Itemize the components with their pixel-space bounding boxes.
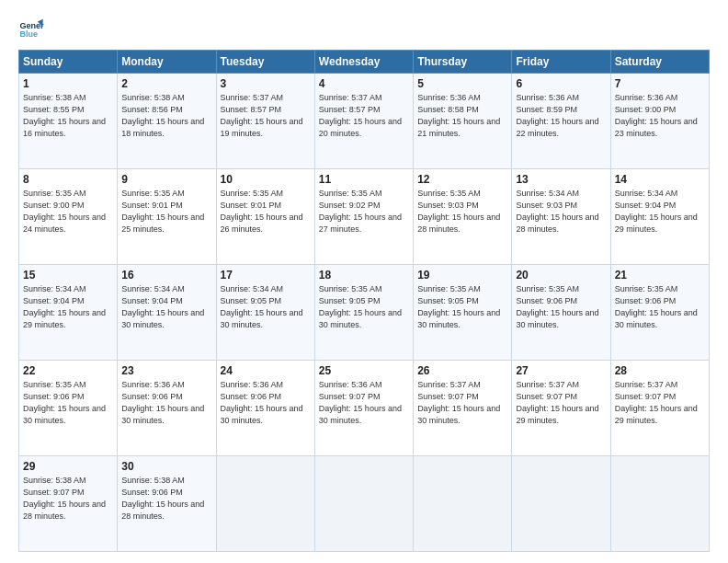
- calendar-body: 1Sunrise: 5:38 AMSunset: 8:55 PMDaylight…: [19, 74, 710, 552]
- calendar-cell: 3Sunrise: 5:37 AMSunset: 8:57 PMDaylight…: [216, 74, 314, 169]
- day-info: Sunrise: 5:38 AMSunset: 9:06 PMDaylight:…: [121, 475, 211, 523]
- calendar-header-row: SundayMondayTuesdayWednesdayThursdayFrid…: [19, 51, 710, 74]
- day-number: 26: [417, 364, 507, 377]
- day-number: 2: [121, 77, 211, 90]
- calendar-cell: 26Sunrise: 5:37 AMSunset: 9:07 PMDayligh…: [414, 361, 512, 456]
- calendar-cell: 6Sunrise: 5:36 AMSunset: 8:59 PMDaylight…: [512, 74, 610, 169]
- day-number: 20: [516, 269, 606, 282]
- day-number: 17: [221, 269, 311, 282]
- day-number: 13: [516, 173, 606, 186]
- day-number: 29: [23, 460, 113, 473]
- day-info: Sunrise: 5:35 AMSunset: 9:06 PMDaylight:…: [516, 283, 606, 331]
- calendar-cell: [414, 456, 512, 552]
- logo: General Blue: [18, 17, 48, 42]
- calendar-cell: 12Sunrise: 5:35 AMSunset: 9:03 PMDayligh…: [414, 169, 512, 265]
- calendar-cell: 23Sunrise: 5:36 AMSunset: 9:06 PMDayligh…: [118, 361, 216, 456]
- day-info: Sunrise: 5:38 AMSunset: 8:56 PMDaylight:…: [121, 92, 211, 140]
- day-number: 10: [221, 173, 311, 186]
- day-number: 6: [516, 77, 606, 90]
- calendar-cell: 14Sunrise: 5:34 AMSunset: 9:04 PMDayligh…: [610, 169, 709, 265]
- day-number: 28: [615, 364, 705, 377]
- calendar-week-row: 29Sunrise: 5:38 AMSunset: 9:07 PMDayligh…: [19, 456, 710, 552]
- day-info: Sunrise: 5:37 AMSunset: 8:57 PMDaylight:…: [221, 92, 311, 140]
- header-day-friday: Friday: [512, 51, 610, 74]
- day-info: Sunrise: 5:37 AMSunset: 8:57 PMDaylight:…: [319, 92, 409, 140]
- day-info: Sunrise: 5:35 AMSunset: 9:06 PMDaylight:…: [615, 283, 705, 331]
- day-info: Sunrise: 5:35 AMSunset: 9:03 PMDaylight:…: [417, 188, 507, 236]
- day-info: Sunrise: 5:35 AMSunset: 9:06 PMDaylight:…: [23, 379, 113, 427]
- day-number: 4: [319, 77, 409, 90]
- svg-text:Blue: Blue: [19, 29, 38, 39]
- day-info: Sunrise: 5:34 AMSunset: 9:03 PMDaylight:…: [516, 188, 606, 236]
- day-info: Sunrise: 5:34 AMSunset: 9:04 PMDaylight:…: [23, 283, 113, 331]
- day-info: Sunrise: 5:36 AMSunset: 9:07 PMDaylight:…: [319, 379, 409, 427]
- day-info: Sunrise: 5:35 AMSunset: 9:05 PMDaylight:…: [319, 283, 409, 331]
- calendar-cell: 1Sunrise: 5:38 AMSunset: 8:55 PMDaylight…: [19, 74, 118, 169]
- header-day-sunday: Sunday: [19, 51, 118, 74]
- day-number: 30: [121, 460, 211, 473]
- calendar-cell: [314, 456, 413, 552]
- day-info: Sunrise: 5:35 AMSunset: 9:05 PMDaylight:…: [417, 283, 507, 331]
- calendar-cell: 4Sunrise: 5:37 AMSunset: 8:57 PMDaylight…: [314, 74, 413, 169]
- day-info: Sunrise: 5:37 AMSunset: 9:07 PMDaylight:…: [516, 379, 606, 427]
- day-number: 23: [121, 364, 211, 377]
- header-day-thursday: Thursday: [414, 51, 512, 74]
- header-day-monday: Monday: [118, 51, 216, 74]
- day-number: 15: [23, 269, 113, 282]
- calendar-cell: 24Sunrise: 5:36 AMSunset: 9:06 PMDayligh…: [216, 361, 314, 456]
- day-info: Sunrise: 5:36 AMSunset: 9:00 PMDaylight:…: [615, 92, 705, 140]
- day-number: 18: [319, 269, 409, 282]
- logo-icon: General Blue: [18, 17, 44, 42]
- day-info: Sunrise: 5:37 AMSunset: 9:07 PMDaylight:…: [615, 379, 705, 427]
- day-number: 3: [221, 77, 311, 90]
- calendar-cell: 22Sunrise: 5:35 AMSunset: 9:06 PMDayligh…: [19, 361, 118, 456]
- day-info: Sunrise: 5:37 AMSunset: 9:07 PMDaylight:…: [417, 379, 507, 427]
- calendar-week-row: 22Sunrise: 5:35 AMSunset: 9:06 PMDayligh…: [19, 361, 710, 456]
- calendar-cell: 8Sunrise: 5:35 AMSunset: 9:00 PMDaylight…: [19, 169, 118, 265]
- day-number: 7: [615, 77, 705, 90]
- day-number: 8: [23, 173, 113, 186]
- calendar-cell: 2Sunrise: 5:38 AMSunset: 8:56 PMDaylight…: [118, 74, 216, 169]
- day-number: 11: [319, 173, 409, 186]
- day-number: 27: [516, 364, 606, 377]
- calendar-cell: 18Sunrise: 5:35 AMSunset: 9:05 PMDayligh…: [314, 265, 413, 361]
- calendar-cell: [216, 456, 314, 552]
- calendar-cell: 11Sunrise: 5:35 AMSunset: 9:02 PMDayligh…: [314, 169, 413, 265]
- day-number: 12: [417, 173, 507, 186]
- calendar-cell: 29Sunrise: 5:38 AMSunset: 9:07 PMDayligh…: [19, 456, 118, 552]
- calendar-week-row: 15Sunrise: 5:34 AMSunset: 9:04 PMDayligh…: [19, 265, 710, 361]
- day-number: 22: [23, 364, 113, 377]
- calendar-cell: 28Sunrise: 5:37 AMSunset: 9:07 PMDayligh…: [610, 361, 709, 456]
- day-info: Sunrise: 5:36 AMSunset: 8:58 PMDaylight:…: [417, 92, 507, 140]
- day-info: Sunrise: 5:38 AMSunset: 8:55 PMDaylight:…: [23, 92, 113, 140]
- day-info: Sunrise: 5:35 AMSunset: 9:00 PMDaylight:…: [23, 188, 113, 236]
- day-info: Sunrise: 5:35 AMSunset: 9:01 PMDaylight:…: [121, 188, 211, 236]
- header-day-saturday: Saturday: [610, 51, 709, 74]
- day-info: Sunrise: 5:34 AMSunset: 9:05 PMDaylight:…: [221, 283, 311, 331]
- calendar-week-row: 1Sunrise: 5:38 AMSunset: 8:55 PMDaylight…: [19, 74, 710, 169]
- day-info: Sunrise: 5:38 AMSunset: 9:07 PMDaylight:…: [23, 475, 113, 523]
- day-number: 25: [319, 364, 409, 377]
- day-number: 1: [23, 77, 113, 90]
- day-number: 5: [417, 77, 507, 90]
- day-info: Sunrise: 5:34 AMSunset: 9:04 PMDaylight:…: [615, 188, 705, 236]
- calendar-cell: [512, 456, 610, 552]
- page-header: General Blue: [18, 17, 710, 42]
- calendar-cell: 27Sunrise: 5:37 AMSunset: 9:07 PMDayligh…: [512, 361, 610, 456]
- calendar-cell: 30Sunrise: 5:38 AMSunset: 9:06 PMDayligh…: [118, 456, 216, 552]
- calendar-cell: 17Sunrise: 5:34 AMSunset: 9:05 PMDayligh…: [216, 265, 314, 361]
- calendar-cell: 10Sunrise: 5:35 AMSunset: 9:01 PMDayligh…: [216, 169, 314, 265]
- calendar-cell: 25Sunrise: 5:36 AMSunset: 9:07 PMDayligh…: [314, 361, 413, 456]
- day-number: 9: [121, 173, 211, 186]
- day-number: 21: [615, 269, 705, 282]
- calendar-table: SundayMondayTuesdayWednesdayThursdayFrid…: [18, 50, 710, 552]
- day-info: Sunrise: 5:36 AMSunset: 9:06 PMDaylight:…: [221, 379, 311, 427]
- day-number: 16: [121, 269, 211, 282]
- calendar-cell: 20Sunrise: 5:35 AMSunset: 9:06 PMDayligh…: [512, 265, 610, 361]
- day-info: Sunrise: 5:35 AMSunset: 9:01 PMDaylight:…: [221, 188, 311, 236]
- day-info: Sunrise: 5:35 AMSunset: 9:02 PMDaylight:…: [319, 188, 409, 236]
- day-number: 19: [417, 269, 507, 282]
- calendar-cell: 15Sunrise: 5:34 AMSunset: 9:04 PMDayligh…: [19, 265, 118, 361]
- calendar-cell: 16Sunrise: 5:34 AMSunset: 9:04 PMDayligh…: [118, 265, 216, 361]
- day-number: 24: [221, 364, 311, 377]
